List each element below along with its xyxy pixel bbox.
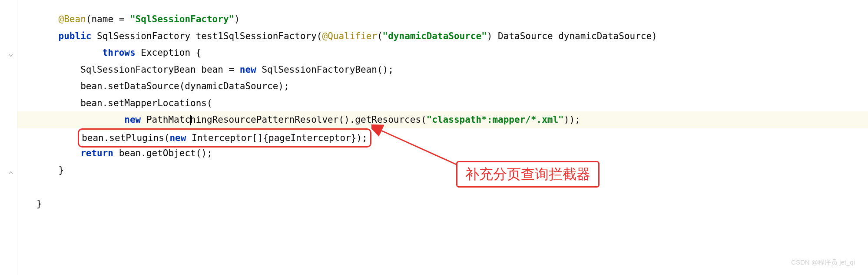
watermark-text: CSDN @程序员 jet_qi — [791, 254, 855, 271]
paren: ) — [487, 31, 493, 41]
exception-type: Exception { — [141, 47, 201, 58]
space — [136, 47, 141, 58]
brace-close: } — [59, 165, 64, 175]
indent — [36, 64, 80, 75]
code-line-5: bean.setDataSource(dynamicDataSource); — [36, 78, 868, 95]
constructor-call: SqlSessionFactoryBean(); — [256, 64, 394, 75]
code-line-9: return bean.getObject(); — [36, 145, 868, 162]
method-name: test1SqlSessionFactory( — [196, 31, 322, 41]
param-name: name — [91, 14, 113, 24]
indent — [36, 31, 59, 41]
annotation-bean: @Bean — [59, 14, 86, 24]
space — [190, 31, 196, 41]
return-expr: bean.getObject(); — [113, 148, 212, 158]
fold-marker-icon[interactable] — [8, 164, 15, 171]
space — [91, 31, 97, 41]
indent — [36, 47, 103, 58]
method-call: bean.setPlugins( — [82, 133, 169, 143]
code-editor[interactable]: @Bean(name = "SqlSessionFactory") public… — [17, 0, 868, 212]
keyword-new: new — [240, 64, 256, 75]
indent — [36, 98, 80, 108]
indent — [36, 114, 124, 125]
code-line-8-boxed: bean.setPlugins(new Interceptor[]{pageIn… — [36, 128, 868, 145]
method-call: bean.setDataSource(dynamicDataSource); — [80, 81, 289, 91]
indent — [36, 81, 80, 91]
text-cursor — [190, 115, 191, 125]
paren: ( — [86, 14, 92, 24]
code-line-3: throws Exception { — [36, 44, 868, 61]
method-call: bean.setMapperLocations( — [80, 98, 212, 108]
keyword-return: return — [80, 148, 113, 158]
string-literal: "classpath*:mapper/*.xml" — [427, 114, 564, 125]
string-literal: "dynamicDataSource" — [383, 31, 487, 41]
array-init: Interceptor[]{pageInterceptor}); — [186, 133, 367, 143]
code-line-12: } — [36, 195, 868, 212]
brace-close: } — [36, 198, 42, 209]
paren: )); — [564, 114, 580, 125]
keyword-throws: throws — [103, 47, 136, 58]
paren: ( — [377, 31, 383, 41]
param-decl: DataSource dynamicDataSource) — [492, 31, 657, 41]
var-decl: SqlSessionFactoryBean bean = — [80, 64, 240, 75]
annotation-qualifier: @Qualifier — [322, 31, 377, 41]
keyword-new: new — [124, 114, 141, 125]
code-line-10: } — [36, 162, 868, 179]
code-line-4: SqlSessionFactoryBean bean = new SqlSess… — [36, 61, 868, 78]
return-type: SqlSessionFactory — [97, 31, 190, 41]
keyword-public: public — [59, 31, 92, 41]
code-line-1: @Bean(name = "SqlSessionFactory") — [36, 11, 868, 28]
fold-marker-icon[interactable] — [8, 47, 15, 54]
annotation-text: 补充分页查询拦截器 — [465, 166, 590, 182]
indent — [36, 133, 80, 143]
string-literal: "SqlSessionFactory" — [130, 14, 234, 24]
code-line-7-current: new PathMatchingResourcePatternResolver(… — [17, 111, 868, 128]
indent — [36, 148, 80, 158]
indent — [36, 14, 59, 24]
code-line-6: bean.setMapperLocations( — [36, 95, 868, 112]
indent — [36, 165, 59, 175]
class-name-part: hingResourcePatternResolver().getResourc… — [190, 114, 427, 125]
equals: = — [113, 14, 130, 24]
code-line-11-blank — [36, 178, 868, 195]
keyword-new: new — [169, 133, 186, 143]
paren: ) — [234, 14, 240, 24]
gutter — [0, 0, 17, 275]
code-line-2: public SqlSessionFactory test1SqlSession… — [36, 28, 868, 45]
annotation-callout: 补充分页查询拦截器 — [456, 161, 600, 188]
class-name-part: PathMatc — [141, 114, 190, 125]
